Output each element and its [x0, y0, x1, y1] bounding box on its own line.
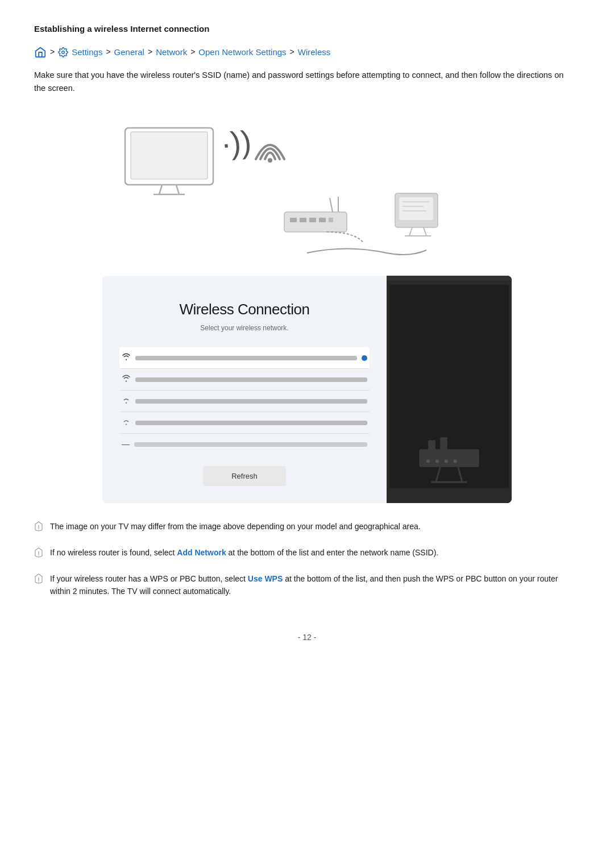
breadcrumb-separator-1: > — [106, 46, 110, 58]
svg-rect-11 — [319, 218, 326, 222]
breadcrumb-separator-4: > — [290, 46, 294, 58]
selected-indicator — [362, 355, 367, 361]
breadcrumb-separator-3: > — [190, 46, 195, 58]
svg-line-3 — [159, 185, 162, 194]
wifi-icon-2 — [122, 373, 131, 385]
settings-icon — [58, 47, 68, 57]
network-item-3[interactable] — [119, 391, 370, 412]
svg-point-32 — [453, 460, 457, 463]
refresh-button-container: Refresh — [119, 466, 370, 486]
breadcrumb-settings[interactable]: Settings — [72, 46, 102, 59]
select-network-subtitle: Select your wireless network. — [119, 323, 370, 333]
svg-point-6 — [268, 158, 272, 163]
network-item-2[interactable] — [119, 369, 370, 391]
note-icon-3 — [34, 574, 43, 589]
wifi-icon-1 — [122, 352, 131, 364]
svg-line-20 — [409, 227, 412, 236]
svg-rect-28 — [440, 438, 447, 451]
tv-illustration — [122, 125, 225, 199]
wifi-icon-4 — [122, 417, 131, 429]
network-list: — — [119, 347, 370, 455]
note-item-1: The image on your TV may differ from the… — [34, 520, 580, 537]
network-name-1 — [135, 356, 357, 360]
network-name-3 — [135, 399, 367, 404]
use-wps-link: Use WPS — [248, 574, 283, 583]
tv-right-panel — [387, 276, 512, 503]
svg-rect-8 — [290, 218, 297, 222]
svg-point-31 — [445, 460, 448, 463]
panel-left: Wireless Connection Select your wireless… — [102, 276, 387, 503]
wireless-connection-title: Wireless Connection — [119, 298, 370, 321]
note-item-2: If no wireless router is found, select A… — [34, 546, 580, 563]
network-name-5 — [134, 442, 367, 447]
svg-line-21 — [424, 227, 426, 236]
page-number: - 12 - — [34, 632, 580, 643]
page-title: Establishing a wireless Internet connect… — [34, 23, 580, 36]
description-text: Make sure that you have the wireless rou… — [34, 69, 574, 95]
svg-rect-24 — [387, 276, 512, 280]
note-text-2: If no wireless router is found, select A… — [50, 546, 438, 559]
svg-rect-12 — [329, 218, 333, 222]
svg-line-13 — [330, 198, 333, 212]
svg-line-4 — [176, 185, 179, 194]
network-name-4 — [135, 421, 367, 425]
note-text-1: The image on your TV may differ from the… — [50, 520, 421, 533]
modem-illustration — [392, 190, 443, 242]
illustration-area: ·)) — [34, 111, 580, 270]
svg-rect-26 — [419, 450, 479, 468]
breadcrumb-wireless[interactable]: Wireless — [298, 46, 331, 59]
wifi-icon-5: — — [122, 438, 130, 450]
cable-illustration — [301, 242, 432, 264]
note-text-3: If your wireless router has a WPS or PBC… — [50, 572, 580, 598]
note-icon-1 — [34, 521, 43, 537]
svg-point-29 — [426, 460, 430, 463]
wireless-connection-panel: Wireless Connection Select your wireless… — [102, 276, 512, 503]
svg-rect-10 — [309, 218, 316, 222]
breadcrumb-general[interactable]: General — [114, 46, 144, 59]
breadcrumb-separator-2: > — [148, 46, 152, 58]
refresh-button[interactable]: Refresh — [203, 466, 286, 486]
home-icon — [34, 46, 47, 59]
svg-point-37 — [38, 530, 39, 531]
wifi-icon-3 — [122, 395, 131, 407]
svg-point-0 — [62, 51, 65, 54]
network-item-5[interactable]: — — [119, 434, 370, 455]
note-icon-2 — [34, 547, 43, 563]
breadcrumb-separator-0: > — [50, 46, 55, 58]
add-network-link: Add Network — [177, 548, 226, 557]
breadcrumb-network[interactable]: Network — [156, 46, 187, 59]
note-item-3: If your wireless router has a WPS or PBC… — [34, 572, 580, 598]
svg-point-30 — [435, 460, 439, 463]
network-name-2 — [135, 377, 367, 382]
breadcrumb-open-network-settings[interactable]: Open Network Settings — [198, 46, 286, 59]
tv-panel-svg — [387, 276, 512, 503]
wifi-signal-icon: ·)) — [220, 118, 254, 168]
network-item-1[interactable] — [119, 347, 370, 369]
network-item-4[interactable] — [119, 412, 370, 434]
svg-rect-27 — [428, 441, 435, 451]
svg-point-39 — [38, 555, 39, 556]
svg-rect-2 — [131, 132, 208, 179]
svg-point-41 — [38, 582, 39, 583]
svg-rect-9 — [300, 218, 306, 222]
breadcrumb: > Settings > General > Network > Open Ne… — [34, 46, 580, 59]
router-illustration — [281, 195, 372, 246]
svg-rect-16 — [399, 197, 433, 220]
notes-section: The image on your TV may differ from the… — [34, 520, 580, 597]
wireless-arc-icon — [250, 128, 290, 168]
